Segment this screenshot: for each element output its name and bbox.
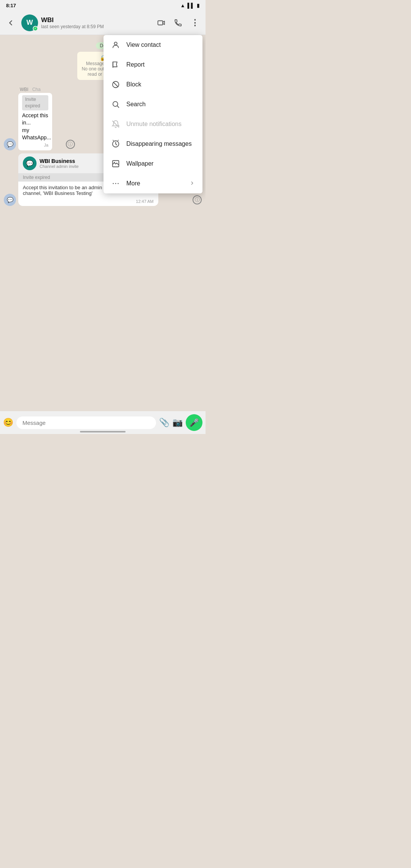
menu-item-report[interactable]: Report	[104, 55, 202, 75]
svg-point-11	[113, 183, 114, 184]
svg-point-12	[115, 183, 116, 184]
search-label: Search	[126, 101, 195, 108]
menu-item-search[interactable]: Search	[104, 94, 202, 114]
svg-point-1	[114, 42, 117, 45]
svg-line-4	[113, 82, 118, 87]
menu-item-disappearing-messages[interactable]: Disappearing messages	[104, 134, 202, 154]
wallpaper-label: Wallpaper	[126, 160, 195, 167]
menu-item-more[interactable]: More	[104, 174, 202, 193]
menu-item-unmute[interactable]: Unmute notifications	[104, 114, 202, 134]
view-contact-icon	[111, 40, 120, 49]
more-label: More	[126, 180, 183, 187]
menu-item-view-contact[interactable]: View contact	[104, 35, 202, 55]
unmute-notifications-label: Unmute notifications	[126, 121, 195, 128]
report-label: Report	[126, 61, 195, 68]
disappearing-messages-label: Disappearing messages	[126, 140, 195, 147]
view-contact-label: View contact	[126, 41, 195, 48]
svg-point-13	[118, 183, 119, 184]
chevron-right-icon	[190, 180, 195, 187]
report-icon	[111, 60, 120, 69]
menu-item-wallpaper[interactable]: Wallpaper	[104, 154, 202, 174]
block-icon	[111, 80, 120, 89]
unmute-notifications-icon	[111, 120, 120, 129]
svg-line-6	[117, 106, 119, 107]
search-icon	[111, 100, 120, 109]
svg-point-10	[114, 162, 115, 163]
block-label: Block	[126, 81, 195, 88]
more-icon	[111, 179, 120, 188]
wallpaper-icon	[111, 159, 120, 168]
context-menu: View contact Report Block Search	[104, 35, 202, 193]
menu-item-block[interactable]: Block	[104, 75, 202, 94]
disappearing-messages-icon	[111, 139, 120, 148]
